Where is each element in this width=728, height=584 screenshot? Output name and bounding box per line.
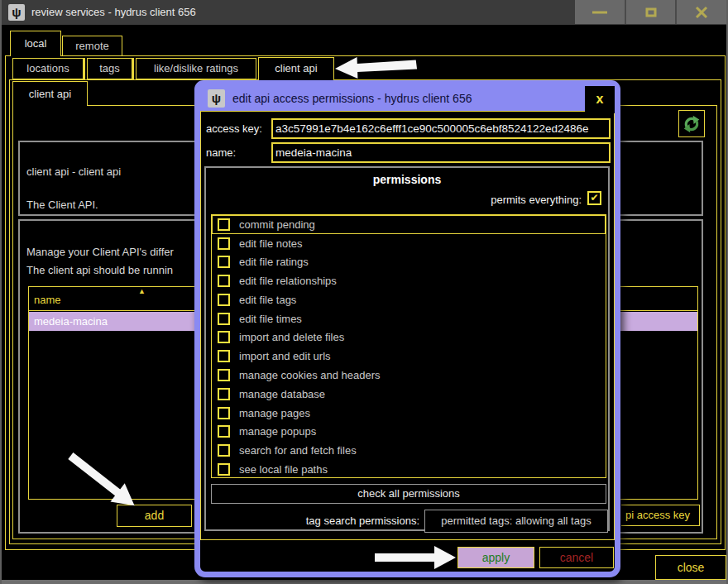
tab-client-api-service[interactable]: client api: [12, 81, 88, 106]
permission-label: import and edit urls: [239, 350, 331, 362]
permission-item[interactable]: see local file paths: [212, 460, 606, 478]
permission-checkbox[interactable]: [218, 350, 230, 362]
hydrus-app-icon: ψ: [8, 4, 25, 21]
name-field[interactable]: medeia-macina: [271, 142, 611, 163]
permits-everything-checkbox[interactable]: ✔: [587, 191, 601, 205]
permission-checkbox[interactable]: [218, 369, 230, 381]
permission-label: manage cookies and headers: [239, 369, 381, 381]
tag-search-permissions-button[interactable]: permitted tags: allowing all tags: [424, 510, 608, 533]
close-button[interactable]: close: [655, 555, 726, 580]
permission-item[interactable]: edit file tags: [212, 290, 606, 309]
tab-remote[interactable]: remote: [62, 36, 122, 56]
name-label: name:: [206, 146, 236, 159]
permission-label: search for and fetch files: [239, 444, 357, 457]
permission-item[interactable]: manage cookies and headers: [212, 366, 606, 385]
permission-checkbox[interactable]: [218, 256, 230, 268]
permission-checkbox[interactable]: [218, 388, 230, 400]
permission-label: edit file ratings: [239, 256, 309, 268]
apply-button[interactable]: apply: [457, 547, 534, 568]
add-button[interactable]: add: [117, 505, 192, 527]
permission-label: import and delete files: [239, 331, 344, 343]
check-all-permissions-button[interactable]: check all permissions: [211, 484, 606, 504]
permission-label: edit file times: [239, 313, 302, 325]
permission-checkbox[interactable]: [218, 425, 230, 438]
tab-like-dislike-ratings[interactable]: like/dislike ratings: [136, 58, 256, 79]
refresh-icon: [682, 114, 701, 134]
permission-item[interactable]: import and edit urls: [212, 347, 606, 366]
hydrus-app-icon: ψ: [208, 89, 225, 108]
permissions-group: permissions permits everything: ✔ commit…: [204, 166, 610, 531]
service-description-text: The Client API.: [26, 199, 98, 211]
dialog-content-panel: access key: a3c57991e7b4e162c6efff1ce90c…: [200, 111, 615, 540]
tag-search-permissions-label: tag search permissions:: [206, 515, 419, 527]
manage-text-line1: Manage your Client API's differ: [26, 246, 174, 258]
permission-checkbox[interactable]: [218, 313, 230, 325]
api-access-key-button-partial[interactable]: pi access key: [621, 505, 700, 526]
review-services-window: ψ review services - hydrus client 656 lo…: [0, 0, 728, 584]
tab-local[interactable]: local: [10, 31, 61, 56]
refresh-button[interactable]: [678, 110, 705, 137]
permission-item[interactable]: edit file relationships: [212, 271, 606, 290]
permission-item[interactable]: edit file times: [212, 309, 606, 328]
permission-item[interactable]: manage database: [212, 385, 606, 404]
permissions-group-title: permissions: [206, 173, 608, 186]
permission-checkbox[interactable]: [218, 407, 230, 419]
permission-checkbox[interactable]: [218, 463, 230, 476]
access-key-field[interactable]: a3c57991e7b4e162c6efff1ce90c500005c6ebf8…: [271, 118, 611, 139]
permission-label: edit file tags: [239, 294, 296, 306]
permission-label: manage popups: [239, 425, 316, 438]
permission-item[interactable]: edit file ratings: [212, 253, 606, 272]
column-header-label: name: [34, 294, 61, 306]
tab-client-api[interactable]: client api: [258, 57, 334, 80]
permission-label: edit file relationships: [239, 275, 337, 287]
permission-item[interactable]: manage pages: [212, 404, 606, 423]
maximize-icon: [645, 7, 656, 17]
edit-api-access-permissions-dialog: ψ edit api access permissions - hydrus c…: [194, 80, 620, 577]
tab-locations[interactable]: locations: [12, 58, 85, 79]
window-controls: [575, 0, 726, 24]
permission-item[interactable]: search for and fetch files: [212, 441, 606, 460]
permission-label: see local file paths: [239, 463, 328, 476]
window-titlebar: ψ review services - hydrus client 656: [2, 0, 726, 25]
cancel-button[interactable]: cancel: [539, 547, 614, 568]
manage-text-line2: The client api should be runnin: [26, 264, 173, 276]
permission-item[interactable]: commit pending: [212, 215, 606, 234]
permissions-list: commit pending edit file notes edit file…: [211, 214, 606, 478]
permission-item[interactable]: manage popups: [212, 422, 606, 441]
permission-item[interactable]: edit file notes: [212, 234, 606, 253]
minimize-icon: [592, 11, 607, 13]
permission-checkbox[interactable]: [218, 237, 230, 250]
dialog-titlebar: ψ edit api access permissions - hydrus c…: [200, 86, 615, 112]
dialog-title: edit api access permissions - hydrus cli…: [232, 86, 472, 112]
permission-label: manage pages: [239, 407, 310, 419]
permission-label: commit pending: [239, 218, 315, 231]
permission-checkbox[interactable]: [218, 218, 230, 231]
checkmark-icon: ✔: [589, 193, 600, 203]
permission-checkbox[interactable]: [218, 444, 230, 457]
close-window-button[interactable]: [677, 0, 726, 24]
permits-everything-label: permits everything:: [491, 194, 582, 206]
tab-tags[interactable]: tags: [87, 58, 134, 79]
minimize-button[interactable]: [575, 0, 625, 24]
permission-checkbox[interactable]: [218, 331, 230, 343]
permission-checkbox[interactable]: [218, 275, 230, 287]
sort-ascending-icon: ▲: [138, 287, 146, 295]
service-name-text: client api - client api: [26, 165, 121, 178]
permission-label: edit file notes: [239, 237, 303, 250]
permission-label: manage database: [239, 388, 325, 400]
window-bottom-border: [2, 580, 726, 584]
permission-checkbox[interactable]: [218, 294, 230, 306]
permission-item[interactable]: import and delete files: [212, 328, 606, 347]
access-key-label: access key:: [206, 122, 262, 135]
dialog-close-button[interactable]: x: [585, 86, 615, 113]
window-title: review services - hydrus client 656: [31, 0, 196, 25]
maximize-button[interactable]: [626, 0, 676, 24]
